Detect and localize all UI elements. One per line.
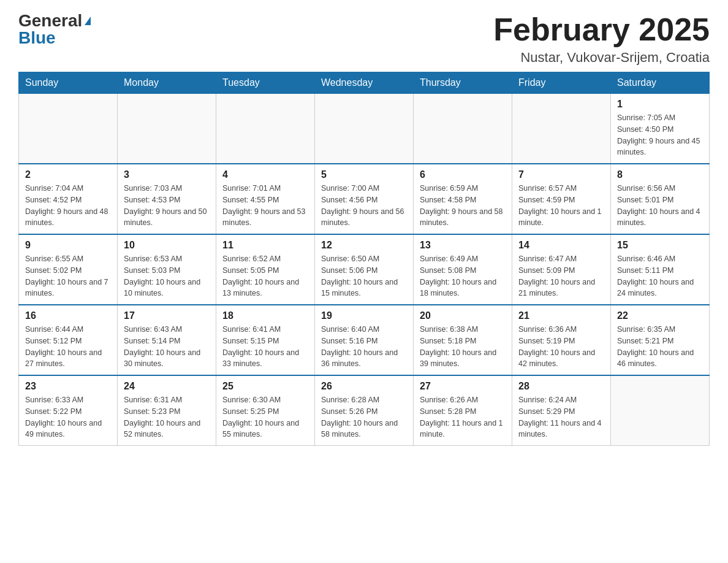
day-info: Sunrise: 6:46 AMSunset: 5:11 PMDaylight:… <box>617 253 703 299</box>
day-of-week-header: Saturday <box>611 72 710 94</box>
day-of-week-header: Tuesday <box>216 72 315 94</box>
day-number: 26 <box>321 381 407 392</box>
day-number: 24 <box>124 381 210 392</box>
day-info: Sunrise: 6:24 AMSunset: 5:29 PMDaylight:… <box>518 394 604 440</box>
logo: General Blue <box>18 12 91 47</box>
day-info: Sunrise: 7:03 AMSunset: 4:53 PMDaylight:… <box>124 183 210 229</box>
location-subtitle: Nustar, Vukovar-Srijem, Croatia <box>493 50 710 66</box>
calendar-cell: 1Sunrise: 7:05 AMSunset: 4:50 PMDaylight… <box>611 94 710 164</box>
logo-blue-text: Blue <box>18 29 56 47</box>
calendar-cell: 9Sunrise: 6:55 AMSunset: 5:02 PMDaylight… <box>19 234 118 305</box>
day-number: 20 <box>420 310 506 321</box>
day-info: Sunrise: 6:49 AMSunset: 5:08 PMDaylight:… <box>420 253 506 299</box>
calendar-cell: 14Sunrise: 6:47 AMSunset: 5:09 PMDayligh… <box>512 234 611 305</box>
day-number: 4 <box>222 169 308 180</box>
calendar-cell: 12Sunrise: 6:50 AMSunset: 5:06 PMDayligh… <box>315 234 414 305</box>
day-info: Sunrise: 7:00 AMSunset: 4:56 PMDaylight:… <box>321 183 407 229</box>
calendar-cell <box>611 375 710 446</box>
calendar-cell: 21Sunrise: 6:36 AMSunset: 5:19 PMDayligh… <box>512 305 611 375</box>
day-number: 10 <box>124 240 210 251</box>
day-number: 2 <box>25 169 111 180</box>
day-number: 28 <box>518 381 604 392</box>
day-of-week-header: Monday <box>118 72 216 94</box>
calendar-cell <box>118 94 216 164</box>
calendar-cell: 6Sunrise: 6:59 AMSunset: 4:58 PMDaylight… <box>414 164 512 234</box>
calendar-cell: 24Sunrise: 6:31 AMSunset: 5:23 PMDayligh… <box>118 375 216 446</box>
day-info: Sunrise: 6:26 AMSunset: 5:28 PMDaylight:… <box>420 394 506 440</box>
day-number: 27 <box>420 381 506 392</box>
day-number: 18 <box>222 310 308 321</box>
day-number: 8 <box>617 169 703 180</box>
day-info: Sunrise: 6:36 AMSunset: 5:19 PMDaylight:… <box>518 324 604 370</box>
day-info: Sunrise: 7:05 AMSunset: 4:50 PMDaylight:… <box>617 112 703 158</box>
calendar-cell: 3Sunrise: 7:03 AMSunset: 4:53 PMDaylight… <box>118 164 216 234</box>
calendar-cell: 18Sunrise: 6:41 AMSunset: 5:15 PMDayligh… <box>216 305 315 375</box>
logo-triangle-icon <box>85 17 91 25</box>
calendar-cell: 27Sunrise: 6:26 AMSunset: 5:28 PMDayligh… <box>414 375 512 446</box>
day-number: 17 <box>124 310 210 321</box>
day-info: Sunrise: 6:52 AMSunset: 5:05 PMDaylight:… <box>222 253 308 299</box>
calendar-week-row: 23Sunrise: 6:33 AMSunset: 5:22 PMDayligh… <box>19 375 710 446</box>
day-number: 23 <box>25 381 111 392</box>
calendar-week-row: 2Sunrise: 7:04 AMSunset: 4:52 PMDaylight… <box>19 164 710 234</box>
calendar-week-row: 16Sunrise: 6:44 AMSunset: 5:12 PMDayligh… <box>19 305 710 375</box>
calendar-cell: 7Sunrise: 6:57 AMSunset: 4:59 PMDaylight… <box>512 164 611 234</box>
calendar-cell: 13Sunrise: 6:49 AMSunset: 5:08 PMDayligh… <box>414 234 512 305</box>
day-info: Sunrise: 6:30 AMSunset: 5:25 PMDaylight:… <box>222 394 308 440</box>
calendar-cell: 25Sunrise: 6:30 AMSunset: 5:25 PMDayligh… <box>216 375 315 446</box>
calendar-cell <box>19 94 118 164</box>
day-of-week-header: Wednesday <box>315 72 414 94</box>
calendar-cell: 20Sunrise: 6:38 AMSunset: 5:18 PMDayligh… <box>414 305 512 375</box>
day-number: 19 <box>321 310 407 321</box>
month-title: February 2025 <box>493 12 710 47</box>
day-info: Sunrise: 6:43 AMSunset: 5:14 PMDaylight:… <box>124 324 210 370</box>
calendar-cell: 2Sunrise: 7:04 AMSunset: 4:52 PMDaylight… <box>19 164 118 234</box>
day-info: Sunrise: 7:01 AMSunset: 4:55 PMDaylight:… <box>222 183 308 229</box>
day-of-week-header: Friday <box>512 72 611 94</box>
day-number: 5 <box>321 169 407 180</box>
calendar-cell: 26Sunrise: 6:28 AMSunset: 5:26 PMDayligh… <box>315 375 414 446</box>
day-number: 1 <box>617 99 703 110</box>
day-number: 9 <box>25 240 111 251</box>
calendar-cell: 5Sunrise: 7:00 AMSunset: 4:56 PMDaylight… <box>315 164 414 234</box>
day-number: 12 <box>321 240 407 251</box>
day-of-week-header: Sunday <box>19 72 118 94</box>
calendar-cell: 10Sunrise: 6:53 AMSunset: 5:03 PMDayligh… <box>118 234 216 305</box>
calendar-cell: 22Sunrise: 6:35 AMSunset: 5:21 PMDayligh… <box>611 305 710 375</box>
day-info: Sunrise: 6:28 AMSunset: 5:26 PMDaylight:… <box>321 394 407 440</box>
day-info: Sunrise: 6:56 AMSunset: 5:01 PMDaylight:… <box>617 183 703 229</box>
day-number: 3 <box>124 169 210 180</box>
day-info: Sunrise: 6:50 AMSunset: 5:06 PMDaylight:… <box>321 253 407 299</box>
day-info: Sunrise: 6:59 AMSunset: 4:58 PMDaylight:… <box>420 183 506 229</box>
calendar-cell <box>315 94 414 164</box>
day-info: Sunrise: 6:40 AMSunset: 5:16 PMDaylight:… <box>321 324 407 370</box>
calendar-cell <box>216 94 315 164</box>
day-number: 21 <box>518 310 604 321</box>
calendar-cell: 28Sunrise: 6:24 AMSunset: 5:29 PMDayligh… <box>512 375 611 446</box>
day-info: Sunrise: 6:53 AMSunset: 5:03 PMDaylight:… <box>124 253 210 299</box>
calendar-cell: 16Sunrise: 6:44 AMSunset: 5:12 PMDayligh… <box>19 305 118 375</box>
day-number: 14 <box>518 240 604 251</box>
day-info: Sunrise: 6:57 AMSunset: 4:59 PMDaylight:… <box>518 183 604 229</box>
calendar-week-row: 1Sunrise: 7:05 AMSunset: 4:50 PMDaylight… <box>19 94 710 164</box>
day-of-week-header: Thursday <box>414 72 512 94</box>
calendar-week-row: 9Sunrise: 6:55 AMSunset: 5:02 PMDaylight… <box>19 234 710 305</box>
day-number: 7 <box>518 169 604 180</box>
calendar-cell: 23Sunrise: 6:33 AMSunset: 5:22 PMDayligh… <box>19 375 118 446</box>
title-block: February 2025 Nustar, Vukovar-Srijem, Cr… <box>493 12 710 66</box>
day-number: 13 <box>420 240 506 251</box>
day-info: Sunrise: 6:31 AMSunset: 5:23 PMDaylight:… <box>124 394 210 440</box>
calendar-cell <box>414 94 512 164</box>
day-info: Sunrise: 6:44 AMSunset: 5:12 PMDaylight:… <box>25 324 111 370</box>
page-header: General Blue February 2025 Nustar, Vukov… <box>18 12 710 66</box>
calendar-table: SundayMondayTuesdayWednesdayThursdayFrid… <box>18 72 710 446</box>
calendar-cell: 15Sunrise: 6:46 AMSunset: 5:11 PMDayligh… <box>611 234 710 305</box>
calendar-cell: 17Sunrise: 6:43 AMSunset: 5:14 PMDayligh… <box>118 305 216 375</box>
day-number: 11 <box>222 240 308 251</box>
day-info: Sunrise: 6:38 AMSunset: 5:18 PMDaylight:… <box>420 324 506 370</box>
day-info: Sunrise: 6:41 AMSunset: 5:15 PMDaylight:… <box>222 324 308 370</box>
day-number: 22 <box>617 310 703 321</box>
calendar-header-row: SundayMondayTuesdayWednesdayThursdayFrid… <box>19 72 710 94</box>
day-number: 25 <box>222 381 308 392</box>
day-info: Sunrise: 6:33 AMSunset: 5:22 PMDaylight:… <box>25 394 111 440</box>
